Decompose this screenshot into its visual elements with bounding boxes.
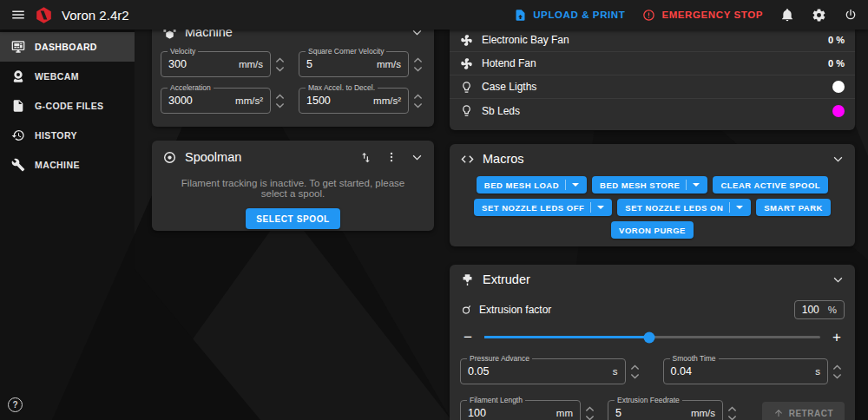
sidebar-item-dashboard[interactable]: DASHBOARD (0, 32, 135, 62)
macro-button-voron-purge[interactable]: VORON PURGE (611, 221, 694, 239)
case-lights-color-swatch[interactable] (832, 81, 845, 93)
decrease-icon[interactable]: − (462, 330, 474, 345)
spin-down-icon[interactable] (585, 415, 595, 420)
macro-button-bed-mesh-load[interactable]: BED MESH LOAD (477, 176, 587, 194)
collapse-chevron-icon[interactable] (832, 153, 845, 166)
fan-icon (460, 34, 473, 47)
spin-down-icon[interactable] (413, 102, 423, 108)
machine-card-header[interactable]: Machine (152, 30, 434, 47)
macro-split-divider (590, 202, 591, 213)
power-icon[interactable] (844, 8, 858, 22)
slider-fill (484, 336, 649, 338)
diameter-icon (460, 304, 472, 316)
sidebar-item-machine[interactable]: MACHINE (0, 150, 135, 180)
emergency-stop-button[interactable]: EMERGENCY STOP (642, 9, 763, 22)
macro-button-set-nozzle-leds-off[interactable]: SET NOZZLE LEDS OFF (474, 199, 612, 216)
field-label: Acceleration (168, 83, 214, 92)
pressure-advance-field[interactable]: Pressure Advance 0.05 s (460, 358, 626, 384)
output-row-case-lights[interactable]: Case Ligths (450, 75, 855, 99)
spin-down-icon[interactable] (275, 66, 285, 72)
extruder-card: Extruder Extrusion factor 100 % − (450, 265, 855, 420)
output-label: Hotend Fan (482, 57, 819, 69)
output-row-electronic-bay-fan[interactable]: Electronic Bay Fan 0 % (450, 30, 855, 52)
retract-button[interactable]: RETRACT (762, 402, 845, 420)
macro-button-smart-park[interactable]: SMART PARK (756, 199, 831, 216)
smooth-time-field[interactable]: Smooth Time 0.04 s (663, 358, 829, 384)
extruder-card-header[interactable]: Extruder (450, 265, 855, 294)
select-spool-button[interactable]: SELECT SPOOL (246, 208, 339, 229)
spoolman-card: Spoolman Filament tracking is inactive. … (152, 141, 434, 231)
field-value: 5 (615, 407, 691, 419)
acceleration-field[interactable]: Acceleration 3000 mm/s² (161, 88, 271, 114)
wrench-icon (11, 158, 25, 172)
field-unit: mm/s² (235, 95, 263, 106)
collapse-chevron-icon[interactable] (832, 273, 845, 286)
spin-up-icon[interactable] (413, 57, 423, 63)
filament-length-field[interactable]: Filament Length 100 mm (460, 400, 581, 420)
extrusion-factor-slider[interactable] (484, 336, 820, 338)
field-value: 0.05 (468, 365, 613, 377)
help-button[interactable]: ? (8, 397, 23, 412)
printer-3d-icon (162, 30, 177, 40)
field-value: 100 (468, 407, 556, 419)
increase-icon[interactable]: + (831, 330, 843, 345)
hamburger-menu-icon[interactable] (10, 7, 26, 23)
settings-gear-icon[interactable] (812, 8, 826, 23)
spin-up-icon[interactable] (585, 406, 595, 412)
sb-leds-color-swatch[interactable] (832, 105, 845, 117)
filament-length-field-group: Filament Length 100 mm (460, 400, 597, 420)
macro-button-clear-active-spool[interactable]: CLEAR ACTIVE SPOOL (713, 176, 828, 194)
field-unit: s (815, 366, 820, 377)
spin-up-icon[interactable] (832, 364, 842, 371)
macro-button-set-nozzle-leds-on[interactable]: SET NOZZLE LEDS ON (617, 199, 751, 216)
output-row-sb-leds[interactable]: Sb Leds (450, 99, 855, 122)
output-row-hotend-fan[interactable]: Hotend Fan 0 % (450, 52, 855, 75)
spin-up-icon[interactable] (275, 57, 285, 63)
spin-down-icon[interactable] (413, 66, 423, 72)
spin-down-icon[interactable] (727, 415, 737, 420)
collapse-chevron-icon[interactable] (411, 151, 424, 164)
slider-knob[interactable] (643, 331, 654, 343)
macro-split-divider (565, 180, 566, 190)
spin-down-icon[interactable] (275, 102, 285, 108)
kebab-menu-icon[interactable] (385, 151, 398, 163)
collapse-chevron-icon[interactable] (411, 30, 424, 39)
velocity-field[interactable]: Velocity 300 mm/s (161, 51, 271, 77)
file-upload-icon (514, 9, 527, 22)
retract-label: RETRACT (789, 409, 833, 418)
square-corner-velocity-field[interactable]: Square Corner Velocity 5 mm/s (299, 51, 409, 77)
history-icon (11, 128, 25, 142)
macro-label: VORON PURGE (619, 226, 686, 235)
spin-up-icon[interactable] (727, 406, 737, 412)
arrow-up-icon (773, 408, 784, 418)
upload-and-print-button[interactable]: UPLOAD & PRINT (514, 9, 625, 22)
dropdown-caret-icon[interactable] (693, 183, 700, 187)
spoolman-message: Filament tracking is inactive. To get st… (168, 178, 418, 199)
dropdown-caret-icon[interactable] (572, 183, 579, 187)
spin-up-icon[interactable] (275, 94, 285, 100)
macro-button-bed-mesh-store[interactable]: BED MESH STORE (592, 176, 707, 194)
webcam-icon (11, 69, 25, 83)
extrusion-factor-value-box[interactable]: 100 % (794, 300, 845, 319)
swap-vertical-icon[interactable] (359, 151, 372, 164)
decel-spinner (411, 94, 425, 108)
extruder-nozzle-icon (460, 272, 475, 287)
notifications-bell-icon[interactable] (780, 8, 794, 22)
macros-card-header[interactable]: Macros (450, 144, 855, 174)
printer-title: Voron 2.4r2 (62, 8, 129, 23)
extrusion-feedrate-field[interactable]: Extrusion Feedrate 5 mm/s (608, 400, 723, 420)
spoolman-card-header[interactable]: Spoolman (152, 141, 434, 174)
spin-down-icon[interactable] (630, 373, 640, 379)
sidebar-item-webcam[interactable]: WEBCAM (0, 62, 135, 91)
sidebar-item-gcode-files[interactable]: G-CODE FILES (0, 91, 135, 121)
dropdown-caret-icon[interactable] (597, 206, 604, 209)
lightbulb-icon (460, 81, 473, 94)
max-accel-to-decel-field[interactable]: Max Accel. to Decel. 1500 mm/s² (299, 88, 409, 114)
spin-down-icon[interactable] (832, 373, 842, 379)
dropdown-caret-icon[interactable] (736, 206, 743, 209)
spin-up-icon[interactable] (413, 94, 423, 100)
dashboard-monitor-icon (11, 40, 25, 54)
code-tags-icon (460, 152, 475, 167)
spin-up-icon[interactable] (630, 364, 640, 371)
sidebar-item-history[interactable]: HISTORY (0, 121, 135, 150)
